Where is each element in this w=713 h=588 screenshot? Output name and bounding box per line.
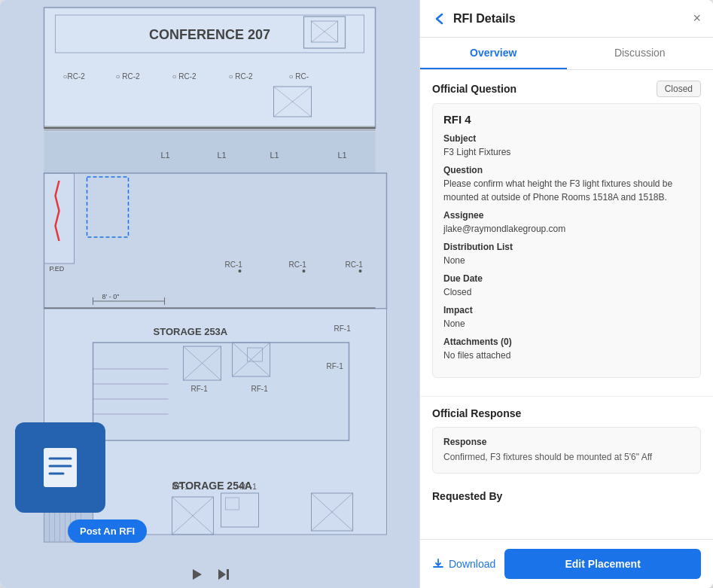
panel-footer: Download Edit Placement — [420, 539, 713, 588]
assignee-value: jlake@raymondlakegroup.com — [443, 222, 690, 236]
panel-header: RFI Details × — [420, 0, 713, 38]
svg-rect-76 — [44, 448, 77, 487]
svg-text:RC-1: RC-1 — [289, 260, 307, 269]
svg-text:RF-1: RF-1 — [334, 324, 352, 333]
svg-text:CONFERENCE  207: CONFERENCE 207 — [149, 27, 270, 42]
question-value: Please confirm what height the F3 light … — [443, 177, 690, 204]
svg-text:RF-1: RF-1 — [191, 385, 209, 393]
distribution-value: None — [443, 254, 690, 267]
official-question-section: Official Question Closed RFI 4 Subject F… — [420, 70, 713, 397]
tab-discussion[interactable]: Discussion — [567, 38, 714, 69]
post-rfi-button[interactable]: Post An RFI — [68, 519, 147, 543]
panel-tabs: Overview Discussion — [420, 38, 713, 70]
svg-marker-81 — [218, 569, 226, 580]
svg-text:○RC-2: ○RC-2 — [63, 72, 86, 81]
edit-placement-button[interactable]: Edit Placement — [504, 549, 701, 579]
download-button[interactable]: Download — [432, 558, 495, 570]
attachments-label: Attachments (0) — [443, 337, 690, 347]
panel-body: Official Question Closed RFI 4 Subject F… — [420, 70, 713, 539]
impact-label: Impact — [443, 305, 690, 315]
svg-text:○ RC-2: ○ RC-2 — [116, 72, 141, 81]
attachments-field: Attachments (0) No files attached — [443, 337, 690, 362]
subject-value: F3 Light Fixtures — [443, 145, 690, 159]
svg-rect-1 — [44, 8, 376, 128]
svg-point-29 — [239, 270, 242, 273]
svg-text:L1: L1 — [161, 151, 170, 160]
response-text: Confirmed, F3 fixtures should be mounted… — [443, 450, 690, 464]
assignee-field: Assignee jlake@raymondlakegroup.com — [443, 210, 690, 236]
impact-field: Impact None — [443, 305, 690, 331]
skip-button[interactable] — [216, 567, 231, 582]
svg-text:RF-1: RF-1 — [172, 483, 190, 491]
svg-text:○ RC-2: ○ RC-2 — [229, 72, 254, 81]
svg-text:○ RC-2: ○ RC-2 — [172, 72, 197, 81]
svg-marker-80 — [193, 569, 202, 580]
subject-field: Subject F3 Light Fixtures — [443, 133, 690, 159]
svg-text:L1: L1 — [338, 151, 347, 160]
requested-by-label: Requested By — [420, 484, 713, 502]
play-button[interactable] — [189, 567, 204, 582]
panel-title: RFI Details — [453, 12, 693, 26]
svg-rect-82 — [227, 569, 229, 580]
document-icon — [15, 422, 105, 513]
svg-point-31 — [303, 270, 306, 273]
distribution-field: Distribution List None — [443, 242, 690, 267]
status-badge: Closed — [657, 81, 701, 97]
official-response-section: Official Response Response Confirmed, F3… — [420, 397, 713, 484]
question-label: Question — [443, 165, 690, 175]
due-date-value: Closed — [443, 285, 690, 299]
svg-rect-19 — [44, 132, 376, 173]
svg-text:8' - 0": 8' - 0" — [102, 293, 120, 300]
assignee-label: Assignee — [443, 210, 690, 221]
official-response-title: Official Response — [432, 407, 701, 419]
svg-text:STORAGE 253A: STORAGE 253A — [154, 326, 228, 337]
blueprint-panel: CONFERENCE 207 ○RC-2 ○ RC-2 ○ RC-2 ○ RC-… — [0, 0, 419, 588]
distribution-label: Distribution List — [443, 242, 690, 252]
svg-text:○ RC-: ○ RC- — [289, 72, 309, 81]
attachments-value: No files attached — [443, 349, 690, 362]
question-field: Question Please confirm what height the … — [443, 165, 690, 204]
subject-label: Subject — [443, 133, 690, 144]
rfi-card: RFI 4 Subject F3 Light Fixtures Question… — [432, 103, 701, 378]
impact-value: None — [443, 317, 690, 331]
tab-overview[interactable]: Overview — [420, 38, 567, 69]
download-label: Download — [449, 558, 495, 570]
svg-text:RF-1: RF-1 — [240, 483, 257, 491]
rfi-panel: RFI Details × Overview Discussion Offici… — [419, 0, 713, 588]
rfi-number: RFI 4 — [443, 113, 690, 126]
svg-text:RF-1: RF-1 — [251, 385, 269, 393]
svg-text:RF-1: RF-1 — [327, 362, 344, 370]
response-card: Response Confirmed, F3 fixtures should b… — [432, 427, 701, 474]
svg-text:P.ED: P.ED — [50, 265, 65, 273]
due-date-field: Due Date Closed — [443, 273, 690, 299]
svg-text:RC-1: RC-1 — [346, 260, 364, 269]
response-label: Response — [443, 437, 690, 447]
official-question-title: Official Question — [432, 83, 516, 95]
due-date-label: Due Date — [443, 273, 690, 284]
svg-rect-24 — [44, 173, 75, 264]
back-button[interactable] — [432, 11, 447, 26]
svg-text:RC-1: RC-1 — [225, 260, 243, 269]
svg-text:L1: L1 — [270, 151, 279, 160]
close-button[interactable]: × — [693, 11, 701, 26]
svg-text:L1: L1 — [218, 151, 227, 160]
svg-point-33 — [359, 270, 362, 273]
